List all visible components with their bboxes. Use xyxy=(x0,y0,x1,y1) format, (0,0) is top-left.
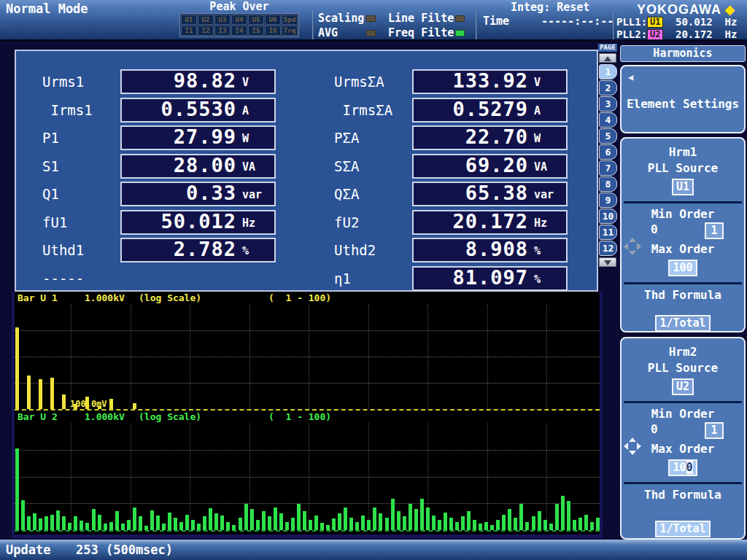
hrm2-max-order-value[interactable]: 100 xyxy=(668,459,697,476)
measurement-label: η1 xyxy=(334,271,351,287)
gridline-vertical xyxy=(190,423,190,530)
measurement-row: QΣA65.38var xyxy=(334,181,575,209)
gridline-horizontal xyxy=(15,383,600,384)
harmonic-bar-order-85 xyxy=(508,509,511,530)
scaling-label: Scaling xyxy=(318,12,364,25)
chart2-scale: 1.000kV xyxy=(85,411,125,422)
harmonic-bar-order-26 xyxy=(162,524,166,530)
page-tab-3[interactable]: 3 xyxy=(599,96,617,112)
page-tab-9[interactable]: 9 xyxy=(599,192,617,208)
page-tab-12[interactable]: 12 xyxy=(599,241,617,256)
hrm1-min-order-value[interactable]: 1 xyxy=(705,222,724,239)
page-scroll-down-button[interactable] xyxy=(599,257,616,267)
harmonic-bar-order-87 xyxy=(519,504,523,530)
pll1-source-badge: U1 xyxy=(647,17,663,28)
pll2-source-badge: U2 xyxy=(647,29,663,40)
peak-over-u5-indicator: U5 xyxy=(248,15,264,25)
harmonic-bar-order-86 xyxy=(514,518,517,530)
harmonic-bar-order-9 xyxy=(62,394,66,409)
measurement-label: Q1 xyxy=(42,186,59,202)
line-filter-label: Line Filter xyxy=(388,12,460,25)
harmonic-bar-order-100 xyxy=(596,518,600,530)
harmonic-bar-order-81 xyxy=(484,522,488,530)
hrm1-thd-formula-label: Thd Formula xyxy=(622,287,744,303)
harmonic-bar-order-76 xyxy=(455,522,459,530)
harmonic-bar-order-23 xyxy=(144,526,148,530)
harmonic-bar-order-98 xyxy=(584,515,588,530)
hrm2-thd-formula-value[interactable]: 1/Total xyxy=(655,521,710,537)
gridline-vertical xyxy=(249,304,250,409)
hrm2-thd-formula-label: Thd Formula xyxy=(622,487,744,503)
harmonic-bar-order-10 xyxy=(68,523,71,530)
harmonic-bar-order-39 xyxy=(239,518,242,530)
harmonic-bar-order-43 xyxy=(262,511,266,530)
harmonic-bar-order-8 xyxy=(56,510,60,530)
filter-indicators: Line Filter Freq Filter xyxy=(388,12,468,41)
harmonic-bar-order-9 xyxy=(62,516,66,530)
measurement-value: 0.5279 xyxy=(452,98,528,120)
measurement-value: 69.20 xyxy=(465,154,528,176)
gridline-vertical xyxy=(546,304,547,409)
page-tab-5[interactable]: 5 xyxy=(599,128,617,144)
hrm2-pll-source-value[interactable]: U2 xyxy=(672,378,694,395)
measurement-row: Irms10.5530A xyxy=(42,97,283,125)
measurement-unit: W xyxy=(534,132,541,145)
gridline-vertical xyxy=(131,423,131,530)
measurement-label: SΣA xyxy=(334,158,359,174)
page-tab-10[interactable]: 10 xyxy=(599,209,617,224)
gridline-vertical xyxy=(427,304,428,409)
harmonic-bar-order-30 xyxy=(185,515,189,530)
hrm1-pll-source-value[interactable]: U1 xyxy=(672,179,694,195)
chart2-title: Bar U 2 xyxy=(18,411,58,422)
page-tab-1[interactable]: 1 xyxy=(599,64,617,79)
measurement-label: P1 xyxy=(42,130,59,146)
gridline-vertical xyxy=(309,304,309,409)
hrm1-thd-formula-value[interactable]: 1/Total xyxy=(655,315,710,332)
peak-over-i5-indicator: I5 xyxy=(248,26,264,36)
max-order-digits: 100 xyxy=(673,261,692,274)
page-tab-6[interactable]: 6 xyxy=(599,144,617,160)
measurement-unit: var xyxy=(242,188,262,201)
harmonic-bar-order-40 xyxy=(244,504,248,530)
measurement-label: Urms1 xyxy=(42,74,84,90)
page-tab-11[interactable]: 11 xyxy=(599,225,617,240)
harmonic-bar-order-82 xyxy=(490,525,494,530)
harmonic-bar-order-24 xyxy=(150,510,154,530)
page-scroll-up-button[interactable] xyxy=(599,53,616,63)
harmonic-bar-order-18 xyxy=(115,511,119,530)
measurement-value-box: 50.012Hz xyxy=(120,210,276,235)
measurement-row: S128.00VA xyxy=(42,153,283,182)
gridline-vertical xyxy=(546,423,547,530)
page-tab-4[interactable]: 4 xyxy=(599,112,617,128)
measurement-label: Uthd2 xyxy=(334,242,376,258)
measurement-unit: W xyxy=(242,132,249,145)
harmonic-bar-order-35 xyxy=(214,513,218,530)
harmonic-bar-order-46 xyxy=(279,513,283,530)
page-tab-7[interactable]: 7 xyxy=(599,160,617,176)
measurement-value-box: 22.70W xyxy=(412,125,568,150)
harmonic-bar-order-96 xyxy=(573,520,576,530)
measurement-value: 133.92 xyxy=(452,69,528,92)
chart1-title: Bar U 1 xyxy=(18,292,58,303)
pll1-unit: Hz xyxy=(724,16,737,28)
harmonic-bar-order-99 xyxy=(590,522,594,530)
gridline-horizontal xyxy=(15,330,600,331)
divider xyxy=(624,482,742,484)
page-tab-8[interactable]: 8 xyxy=(599,176,617,192)
hrm1-max-order-value[interactable]: 100 xyxy=(668,260,697,276)
harmonic-bar-order-29 xyxy=(179,522,183,530)
harmonic-bar-order-3 xyxy=(27,516,31,530)
harmonic-bar-order-94 xyxy=(561,496,565,530)
measurement-label: UrmsΣA xyxy=(334,74,384,90)
divider xyxy=(624,282,742,284)
harmonic-bar-order-21 xyxy=(133,508,136,530)
hrm2-min-order-value[interactable]: 1 xyxy=(705,422,724,439)
hrm1-title: Hrm1 xyxy=(622,144,744,160)
harmonic-bar-order-38 xyxy=(232,525,236,530)
gridline-vertical xyxy=(368,423,369,530)
page-tab-2[interactable]: 2 xyxy=(599,80,617,96)
measurement-value: 50.012 xyxy=(160,210,236,233)
element-settings-softkey[interactable]: ◀ Element Settings xyxy=(620,65,746,133)
harmonic-bar-order-19 xyxy=(121,524,125,530)
bar-u1-plot: 100.0mV xyxy=(15,304,600,411)
